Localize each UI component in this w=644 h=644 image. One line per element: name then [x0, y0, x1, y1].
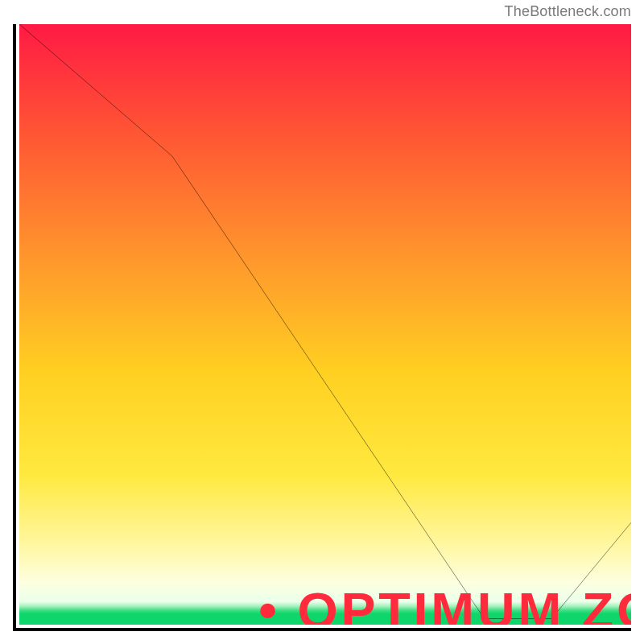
- plot-frame: • OPTIMUM ZONE •: [13, 24, 631, 631]
- optimum-zone-label: • OPTIMUM ZONE •: [258, 582, 631, 625]
- plot-svg: • OPTIMUM ZONE •: [19, 24, 631, 625]
- chart-container: TheBottleneck.com: [0, 0, 644, 644]
- plot-body: • OPTIMUM ZONE •: [19, 24, 631, 625]
- attribution-text: TheBottleneck.com: [505, 3, 631, 20]
- gradient-background: [19, 24, 631, 625]
